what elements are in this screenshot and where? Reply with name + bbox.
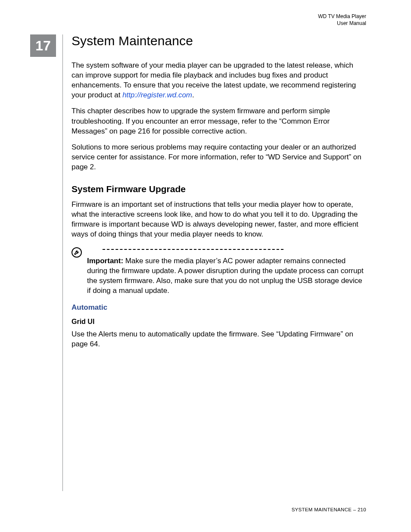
chapter-number: 17: [35, 38, 51, 54]
automatic-heading: Automatic: [72, 303, 366, 312]
important-text: Important: Make sure the media player’s …: [87, 256, 366, 296]
header-meta: WD TV Media Player User Manual: [318, 13, 366, 27]
intro-post: .: [192, 91, 194, 99]
page-content: System Maintenance The system software o…: [72, 34, 366, 355]
important-body: Make sure the media player’s AC power ad…: [87, 257, 364, 295]
chapter-number-badge: 17: [30, 34, 56, 57]
page-title: System Maintenance: [72, 34, 366, 48]
doc-type: User Manual: [318, 20, 366, 27]
dashed-divider: [103, 249, 283, 250]
page-footer: SYSTEM MAINTENANCE – 210: [292, 507, 366, 512]
wrench-icon: [72, 247, 82, 258]
footer-sep: –: [352, 507, 358, 512]
solutions-paragraph: Solutions to more serious problems may r…: [72, 142, 366, 172]
footer-section: SYSTEM MAINTENANCE: [292, 507, 352, 512]
product-name: WD TV Media Player: [318, 13, 366, 20]
intro-paragraph: The system software of your media player…: [72, 60, 366, 100]
grid-ui-paragraph: Use the Alerts menu to automatically upd…: [72, 329, 366, 349]
firmware-upgrade-heading: System Firmware Upgrade: [72, 184, 366, 194]
firmware-paragraph: Firmware is an important set of instruct…: [72, 199, 366, 239]
vertical-divider: [62, 34, 63, 491]
important-callout: Important: Make sure the media player’s …: [72, 249, 366, 296]
footer-page: 210: [358, 507, 366, 512]
important-label: Important:: [87, 257, 123, 265]
grid-ui-heading: Grid UI: [72, 318, 366, 326]
register-link[interactable]: http://register.wd.com: [122, 91, 192, 99]
chapter-overview-paragraph: This chapter describes how to upgrade th…: [72, 106, 366, 136]
intro-pre: The system software of your media player…: [72, 61, 356, 99]
